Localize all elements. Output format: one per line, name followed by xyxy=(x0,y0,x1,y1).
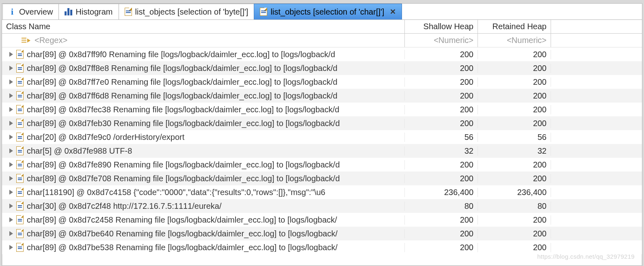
row-shallow-heap: 200 xyxy=(405,174,478,183)
object-icon xyxy=(16,77,24,86)
object-icon xyxy=(16,64,24,73)
filter-icon xyxy=(22,37,30,44)
column-header-class-name[interactable]: Class Name xyxy=(2,20,405,33)
sheet-icon xyxy=(125,8,132,16)
object-icon xyxy=(16,188,24,197)
object-icon xyxy=(16,105,24,114)
row-shallow-heap: 200 xyxy=(405,105,478,114)
row-class-name: char[89] @ 0x8d7fec38 Renaming file [log… xyxy=(27,105,339,114)
row-retained-heap: 200 xyxy=(478,215,551,225)
object-icon xyxy=(16,133,24,142)
row-retained-heap: 80 xyxy=(478,202,551,211)
table-row[interactable]: char[118190] @ 0x8d7c4158 {"code":"0000"… xyxy=(2,185,642,199)
row-shallow-heap: 236,400 xyxy=(405,188,478,197)
filter-row: <Regex> <Numeric> <Numeric> xyxy=(2,34,642,47)
row-retained-heap: 200 xyxy=(478,174,551,183)
table-row[interactable]: char[89] @ 0x8d7be538 Renaming file [log… xyxy=(2,240,642,254)
row-retained-heap: 200 xyxy=(478,91,551,101)
row-class-name: char[20] @ 0x8d7fe9c0 /orderHistory/expo… xyxy=(27,133,184,142)
table-row[interactable]: char[89] @ 0x8d7be640 Renaming file [log… xyxy=(2,227,642,240)
expand-caret-icon[interactable] xyxy=(9,52,13,57)
row-class-name: char[89] @ 0x8d7fe708 Renaming file [log… xyxy=(27,174,340,183)
tab-label: Overview xyxy=(19,7,53,17)
tab-list-objects-byte[interactable]: list_objects [selection of 'byte[]'] xyxy=(119,4,255,19)
row-shallow-heap: 200 xyxy=(405,50,478,59)
row-shallow-heap: 80 xyxy=(405,202,478,211)
table-row[interactable]: char[89] @ 0x8d7ff7e0 Renaming file [log… xyxy=(2,75,642,89)
filter-shallow-input[interactable]: <Numeric> xyxy=(434,36,473,45)
expand-caret-icon[interactable] xyxy=(9,231,13,236)
row-retained-heap: 200 xyxy=(478,64,551,73)
expand-caret-icon[interactable] xyxy=(9,121,13,126)
row-retained-heap: 200 xyxy=(478,160,551,169)
expand-caret-icon[interactable] xyxy=(9,93,13,98)
row-class-name: char[30] @ 0x8d7c2f48 http://172.16.7.5:… xyxy=(27,202,222,211)
tab-label: Histogram xyxy=(76,7,112,17)
table-row[interactable]: char[89] @ 0x8d7feb30 Renaming file [log… xyxy=(2,116,642,130)
object-icon xyxy=(16,119,24,128)
object-icon xyxy=(16,243,24,252)
expand-caret-icon[interactable] xyxy=(9,176,13,181)
row-shallow-heap: 200 xyxy=(405,91,478,101)
expand-caret-icon[interactable] xyxy=(9,162,13,167)
expand-caret-icon[interactable] xyxy=(9,66,13,71)
tab-list-objects-char[interactable]: list_objects [selection of 'char[]'] ✕ xyxy=(254,4,402,19)
row-shallow-heap: 200 xyxy=(405,215,478,225)
object-icon xyxy=(16,50,24,59)
tab-overview[interactable]: i Overview xyxy=(2,4,59,19)
expand-caret-icon[interactable] xyxy=(9,107,13,112)
column-header-shallow-heap[interactable]: Shallow Heap xyxy=(405,20,478,33)
filter-regex-input[interactable]: <Regex> xyxy=(35,36,67,45)
table-row[interactable]: char[20] @ 0x8d7fe9c0 /orderHistory/expo… xyxy=(2,130,642,144)
row-shallow-heap: 200 xyxy=(405,119,478,128)
row-class-name: char[89] @ 0x8d7ff9f0 Renaming file [log… xyxy=(27,50,335,59)
close-icon[interactable]: ✕ xyxy=(390,7,396,16)
filter-retained-input[interactable]: <Numeric> xyxy=(507,36,547,45)
table-row[interactable]: char[89] @ 0x8d7ff9f0 Renaming file [log… xyxy=(2,47,642,61)
table-row[interactable]: char[89] @ 0x8d7ff6d8 Renaming file [log… xyxy=(2,89,642,103)
row-shallow-heap: 200 xyxy=(405,229,478,238)
tab-label: list_objects [selection of 'byte[]'] xyxy=(135,7,249,17)
row-class-name: char[89] @ 0x8d7fe890 Renaming file [log… xyxy=(27,160,340,169)
table-row[interactable]: char[89] @ 0x8d7c2458 Renaming file [log… xyxy=(2,213,642,227)
row-class-name: char[89] @ 0x8d7feb30 Renaming file [log… xyxy=(27,119,340,128)
expand-caret-icon[interactable] xyxy=(9,245,13,250)
expand-caret-icon[interactable] xyxy=(9,204,13,208)
row-retained-heap: 32 xyxy=(478,146,551,156)
row-retained-heap: 200 xyxy=(478,105,551,114)
table-row[interactable]: char[89] @ 0x8d7fe890 Renaming file [log… xyxy=(2,158,642,172)
table-row[interactable]: char[89] @ 0x8d7ff8e8 Renaming file [log… xyxy=(2,61,642,75)
object-icon xyxy=(16,91,24,100)
row-retained-heap: 200 xyxy=(478,77,551,87)
row-class-name: char[89] @ 0x8d7be538 Renaming file [log… xyxy=(27,243,337,252)
info-icon: i xyxy=(9,6,16,17)
row-class-name: char[118190] @ 0x8d7c4158 {"code":"0000"… xyxy=(27,188,325,197)
expand-caret-icon[interactable] xyxy=(9,148,13,153)
tab-histogram[interactable]: Histogram xyxy=(58,4,119,19)
row-shallow-heap: 32 xyxy=(405,146,478,156)
expand-caret-icon[interactable] xyxy=(9,190,13,195)
expand-caret-icon[interactable] xyxy=(9,217,13,222)
row-retained-heap: 200 xyxy=(478,229,551,238)
row-shallow-heap: 200 xyxy=(405,243,478,252)
column-header-retained-heap[interactable]: Retained Heap xyxy=(478,20,551,33)
object-icon xyxy=(16,202,24,210)
sheet-icon xyxy=(260,8,267,16)
object-icon xyxy=(16,215,24,224)
expand-caret-icon[interactable] xyxy=(9,79,13,84)
table-row[interactable]: char[5] @ 0x8d7fe988 UTF-83232 xyxy=(2,144,642,158)
row-shallow-heap: 200 xyxy=(405,77,478,87)
table-header: Class Name Shallow Heap Retained Heap xyxy=(2,20,642,34)
tab-label: list_objects [selection of 'char[]'] xyxy=(270,7,384,17)
object-icon xyxy=(16,229,24,238)
table-row[interactable]: char[30] @ 0x8d7c2f48 http://172.16.7.5:… xyxy=(2,199,642,213)
table-row[interactable]: char[89] @ 0x8d7fec38 Renaming file [log… xyxy=(2,103,642,116)
row-class-name: char[89] @ 0x8d7ff7e0 Renaming file [log… xyxy=(27,77,337,87)
row-class-name: char[5] @ 0x8d7fe988 UTF-8 xyxy=(27,146,132,156)
expand-caret-icon[interactable] xyxy=(9,135,13,139)
row-class-name: char[89] @ 0x8d7ff8e8 Renaming file [log… xyxy=(27,64,337,73)
histogram-icon xyxy=(65,8,72,15)
row-retained-heap: 56 xyxy=(478,133,551,142)
row-shallow-heap: 200 xyxy=(405,160,478,169)
table-row[interactable]: char[89] @ 0x8d7fe708 Renaming file [log… xyxy=(2,172,642,185)
